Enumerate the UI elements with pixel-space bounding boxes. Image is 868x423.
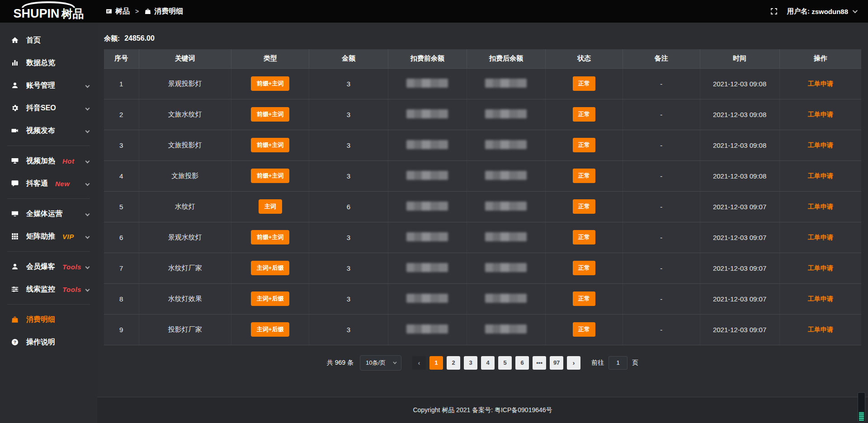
content: 余额: 24856.00 序号关键词类型金额扣费前余额扣费后余额状态备注时间操作…	[97, 23, 868, 397]
page-size-select[interactable]: 10条/页	[360, 355, 401, 371]
cell-status: 正常	[545, 283, 623, 314]
prev-page-button[interactable]: ‹	[412, 356, 426, 370]
sidebar-item-data[interactable]: 数据总览	[0, 52, 97, 74]
status-badge: 正常	[573, 138, 595, 152]
page-button-6[interactable]: 6	[515, 356, 529, 370]
cell-status: 正常	[545, 222, 623, 253]
sidebar-item-help[interactable]: ?操作说明	[0, 331, 97, 353]
breadcrumb-panel-icon	[105, 8, 113, 15]
cell-amount: 3	[309, 99, 388, 130]
user-menu[interactable]: 用户名: zswodun88	[787, 7, 856, 16]
column-header: 序号	[104, 49, 139, 68]
cell-index: 8	[104, 283, 139, 314]
consumption-table: 序号关键词类型金额扣费前余额扣费后余额状态备注时间操作 1景观投影灯前缀+主词3…	[104, 49, 861, 345]
status-badge: 正常	[573, 230, 595, 244]
cell-action: 工单申请	[779, 314, 861, 345]
type-tag: 前缀+主词	[251, 138, 290, 152]
logo: SHUPIN树品	[0, 0, 97, 23]
sidebar-item-douyin-seo[interactable]: 抖音SEO	[0, 97, 97, 119]
sidebar-item-badge: Tools	[62, 263, 81, 271]
app-root: SHUPIN树品 树品 > 消费明细 用户名: zswodun88	[0, 0, 868, 423]
cell-keyword: 文旅水纹灯	[139, 99, 231, 130]
status-badge: 正常	[573, 322, 595, 337]
work-order-link[interactable]: 工单申请	[808, 326, 833, 333]
work-order-link[interactable]: 工单申请	[808, 80, 833, 87]
cell-balance-after	[467, 130, 545, 160]
sidebar-item-douketong[interactable]: 抖客通New	[0, 172, 97, 195]
balance-label: 余额:	[104, 34, 120, 42]
topbar: SHUPIN树品 树品 > 消费明细 用户名: zswodun88	[0, 0, 868, 23]
page-button-97[interactable]: 97	[550, 356, 563, 370]
type-tag: 主词	[259, 199, 282, 214]
table-row: 7水纹灯厂家主词+后缀3正常-2021-12-03 09:07工单申请	[104, 253, 861, 283]
sidebar-item-matrix[interactable]: 矩阵助推VIP	[0, 225, 97, 248]
work-order-link[interactable]: 工单申请	[808, 141, 833, 149]
sidebar-item-account[interactable]: 账号管理	[0, 74, 97, 97]
cell-time: 2021-12-03 09:08	[700, 160, 779, 191]
fullscreen-icon[interactable]	[770, 7, 778, 15]
sidebar-item-label: 抖客通	[26, 179, 48, 188]
redacted-balance	[485, 202, 527, 211]
breadcrumb-item-root[interactable]: 树品	[115, 7, 130, 16]
sidebar-item-video-pub[interactable]: 视频发布	[0, 119, 97, 142]
work-order-link[interactable]: 工单申请	[808, 172, 833, 179]
copyright-text: Copyright 树品 2021 备案号: 粤ICP备09019646号	[413, 406, 552, 414]
sidebar-item-label: 操作说明	[26, 338, 55, 347]
cell-amount: 3	[309, 130, 388, 160]
balance: 余额: 24856.00	[104, 34, 861, 43]
goto-page-input[interactable]	[609, 356, 627, 370]
page-button-4[interactable]: 4	[481, 356, 495, 370]
scroll-indicator[interactable]	[858, 392, 865, 422]
cell-time: 2021-12-03 09:07	[700, 253, 779, 283]
work-order-link[interactable]: 工单申请	[808, 203, 833, 210]
sidebar-item-leads[interactable]: 线索监控Tools	[0, 278, 97, 301]
work-order-link[interactable]: 工单申请	[808, 234, 833, 241]
sidebar-menu: 首页数据总览账号管理抖音SEO视频发布视频加热Hot抖客通New全媒体运营矩阵助…	[0, 23, 97, 423]
work-order-link[interactable]: 工单申请	[808, 264, 833, 272]
column-header: 扣费后余额	[467, 49, 545, 68]
sidebar-item-video-heat[interactable]: 视频加热Hot	[0, 150, 97, 172]
status-badge: 正常	[573, 76, 595, 91]
bag-icon	[11, 315, 20, 324]
page-button-3[interactable]: 3	[464, 356, 477, 370]
next-page-button[interactable]: ›	[567, 356, 580, 370]
cell-remark: -	[623, 99, 700, 130]
logo-arc-icon	[22, 1, 75, 8]
page-button-5[interactable]: 5	[498, 356, 512, 370]
page-button-2[interactable]: 2	[447, 356, 460, 370]
redacted-balance	[485, 109, 527, 118]
cell-time: 2021-12-03 09:07	[700, 222, 779, 253]
redacted-balance	[406, 324, 448, 334]
sidebar-item-home[interactable]: 首页	[0, 29, 97, 52]
chart-icon	[11, 58, 20, 67]
page-more-button[interactable]: •••	[533, 356, 546, 370]
sidebar-item-media-ops[interactable]: 全媒体运营	[0, 202, 97, 225]
chevron-down-icon	[85, 128, 90, 133]
sidebar-item-label: 数据总览	[26, 58, 55, 68]
cell-type: 主词	[231, 191, 309, 222]
footer: Copyright 树品 2021 备案号: 粤ICP备09019646号	[97, 397, 868, 423]
work-order-link[interactable]: 工单申请	[808, 111, 833, 118]
type-tag: 主词+后缀	[251, 322, 290, 337]
chevron-down-icon	[85, 106, 90, 110]
user-icon	[11, 81, 20, 90]
chevron-down-icon	[85, 264, 90, 269]
cell-balance-after	[467, 314, 545, 345]
chevron-down-icon	[85, 159, 90, 163]
grid-icon	[11, 232, 20, 241]
cell-index: 6	[104, 222, 139, 253]
cell-status: 正常	[545, 130, 623, 160]
cell-time: 2021-12-03 09:08	[700, 130, 779, 160]
cell-action: 工单申请	[779, 253, 861, 283]
cell-keyword: 水纹灯厂家	[139, 253, 231, 283]
work-order-link[interactable]: 工单申请	[808, 295, 833, 302]
sidebar-item-expense[interactable]: 消费明细	[0, 308, 97, 331]
cell-balance-after	[467, 191, 545, 222]
breadcrumb-expense-icon	[144, 8, 151, 15]
goto-label: 前往	[591, 359, 604, 367]
redacted-balance	[485, 140, 527, 149]
page-button-1[interactable]: 1	[429, 356, 443, 370]
sidebar-item-member[interactable]: 会员爆客Tools	[0, 255, 97, 278]
cell-balance-before	[388, 314, 467, 345]
cell-amount: 3	[309, 314, 388, 345]
